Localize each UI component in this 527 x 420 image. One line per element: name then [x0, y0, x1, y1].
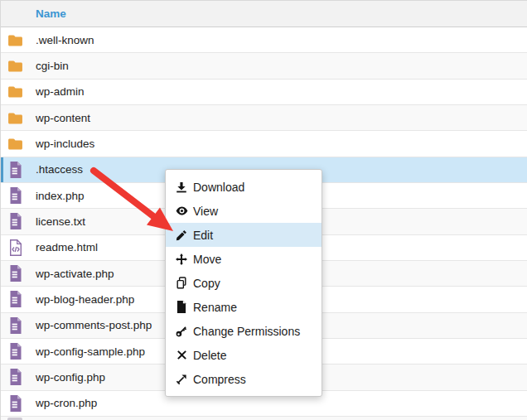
file-manager-screen: Name .well-known cgi-bin wp-admin wp-con…: [0, 0, 527, 420]
file-icon: [7, 291, 23, 307]
context-menu-item-rename[interactable]: Rename: [166, 295, 322, 319]
context-menu-item-edit[interactable]: Edit: [166, 223, 322, 247]
rename-icon: [175, 301, 188, 313]
folder-icon: [7, 60, 23, 72]
context-menu-item-copy[interactable]: Copy: [166, 271, 322, 295]
file-icon: [7, 265, 23, 282]
file-row-wp-content[interactable]: wp-content: [1, 105, 527, 131]
context-menu-item-change-permissions[interactable]: Change Permissions: [166, 319, 322, 343]
html-file-icon: [7, 239, 23, 256]
file-row-wp-admin[interactable]: wp-admin: [1, 80, 527, 105]
key-icon: [175, 326, 188, 337]
folder-icon: [7, 138, 23, 150]
eye-icon: [175, 205, 188, 216]
context-menu-item-view[interactable]: View: [166, 199, 322, 223]
file-row-cgi-bin[interactable]: cgi-bin: [1, 53, 527, 79]
download-icon: [175, 181, 188, 193]
folder-icon: [7, 34, 23, 46]
file-icon: [7, 317, 23, 334]
partial-file-row: [1, 417, 527, 420]
column-header-name[interactable]: Name: [1, 7, 66, 20]
file-icon: [7, 162, 23, 178]
pencil-icon: [175, 229, 188, 241]
context-menu-item-download[interactable]: Download: [166, 175, 322, 199]
file-icon: [7, 187, 23, 204]
copy-icon: [175, 277, 188, 289]
file-row-.well-known[interactable]: .well-known: [1, 27, 527, 53]
context-menu-item-delete[interactable]: Delete: [166, 343, 322, 367]
file-icon: [7, 395, 23, 412]
file-row-wp-includes[interactable]: wp-includes: [1, 131, 527, 157]
context-menu-item-compress[interactable]: Compress: [166, 367, 322, 391]
folder-icon: [7, 112, 23, 124]
file-icon: [7, 343, 23, 360]
move-icon: [175, 253, 188, 265]
delete-icon: [175, 350, 188, 360]
context-menu: Download View Edit Move Copy Rename Chan…: [165, 169, 322, 397]
folder-icon: [7, 85, 23, 98]
compress-icon: [175, 374, 188, 385]
file-icon: [7, 213, 23, 229]
file-table-header: Name: [1, 1, 527, 27]
context-menu-item-move[interactable]: Move: [166, 247, 322, 271]
file-icon: [7, 369, 23, 385]
